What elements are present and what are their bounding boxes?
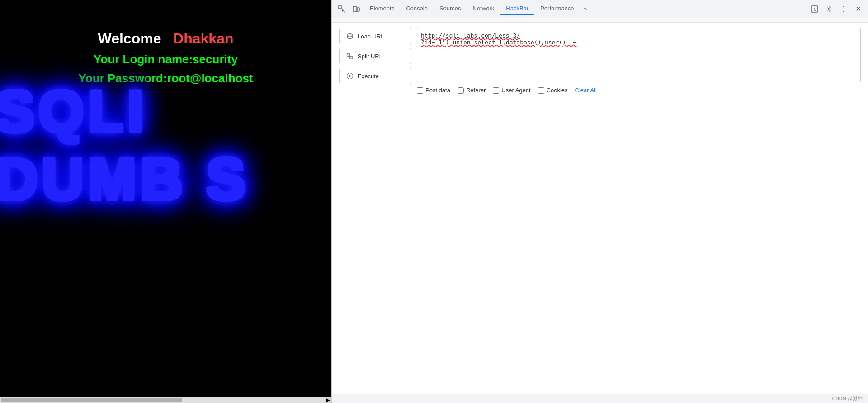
copyright-text: CSDN @派神	[832, 395, 863, 402]
tab-sources[interactable]: Sources	[434, 2, 467, 15]
hackbar-buttons: Load URL Split URL	[339, 28, 411, 389]
execute-button[interactable]: Execute	[339, 68, 411, 84]
tab-network[interactable]: Network	[467, 2, 500, 15]
welcome-name: Dhakkan	[173, 30, 233, 47]
split-url-icon	[346, 52, 354, 60]
welcome-label: Welcome	[98, 30, 161, 47]
load-url-button[interactable]: Load URL	[339, 28, 411, 44]
cookies-label: Cookies	[547, 87, 568, 94]
referer-label: Referer	[466, 87, 486, 94]
user-agent-checkbox-item[interactable]: User Agent	[493, 87, 530, 94]
post-data-checkbox-item[interactable]: Post data	[417, 87, 450, 94]
hackbar-subbar	[332, 18, 868, 23]
tab-console[interactable]: Console	[401, 2, 433, 15]
hackbar-options: Post data Referer User Agent Cookies C	[417, 87, 861, 94]
svg-text:1: 1	[813, 7, 816, 11]
tab-elements[interactable]: Elements	[364, 2, 400, 15]
tab-performance[interactable]: Performance	[535, 2, 579, 15]
load-url-label: Load URL	[358, 33, 384, 40]
execute-icon	[346, 72, 354, 80]
svg-point-5	[828, 8, 830, 10]
hackbar-content: Load URL Split URL	[332, 23, 868, 394]
post-data-label: Post data	[425, 87, 450, 94]
devtools-tabs: Elements Console Sources Network HackBar…	[364, 2, 807, 15]
split-url-button[interactable]: Split URL	[339, 48, 411, 64]
post-data-checkbox[interactable]	[417, 87, 423, 94]
devtools-toolbar: Elements Console Sources Network HackBar…	[332, 0, 868, 18]
sqli-banner: SQLI DUMB S	[0, 77, 331, 213]
svg-rect-1	[353, 6, 357, 12]
svg-point-8	[351, 57, 353, 59]
svg-rect-0	[339, 6, 341, 9]
url-textarea[interactable]	[417, 28, 861, 82]
scrollbar-thumb[interactable]	[1, 398, 182, 402]
devtools-badge-btn[interactable]: 1	[808, 3, 821, 15]
referer-checkbox[interactable]	[458, 87, 464, 94]
referer-checkbox-item[interactable]: Referer	[458, 87, 486, 94]
tabs-more-btn[interactable]: »	[580, 3, 591, 15]
browser-content: Welcome Dhakkan Your Login name:security…	[0, 0, 331, 403]
devtools-toolbar-right: 1 ⋮ ✕	[808, 3, 864, 15]
svg-point-7	[347, 53, 349, 55]
cookies-checkbox-item[interactable]: Cookies	[538, 87, 568, 94]
login-line: Your Login name:security	[78, 50, 253, 69]
load-url-icon	[346, 32, 354, 40]
cookies-checkbox[interactable]	[538, 87, 544, 94]
hackbar-right: Post data Referer User Agent Cookies C	[417, 28, 861, 389]
tab-hackbar[interactable]: HackBar	[500, 2, 534, 15]
split-url-label: Split URL	[358, 53, 382, 60]
svg-rect-2	[357, 8, 359, 11]
devtools-more-btn[interactable]: ⋮	[837, 3, 850, 15]
inspect-element-btn[interactable]	[335, 3, 348, 15]
devtools-settings-btn[interactable]	[823, 3, 835, 15]
user-agent-label: User Agent	[501, 87, 530, 94]
device-toggle-btn[interactable]	[350, 3, 363, 15]
clear-all-button[interactable]: Clear All	[575, 87, 597, 94]
svg-marker-10	[349, 75, 352, 77]
execute-label: Execute	[358, 73, 379, 80]
scrollbar-arrow-right[interactable]: ▶	[325, 397, 331, 403]
devtools-panel: Elements Console Sources Network HackBar…	[331, 0, 868, 403]
user-agent-checkbox[interactable]	[493, 87, 499, 94]
devtools-close-btn[interactable]: ✕	[852, 3, 864, 15]
browser-scrollbar[interactable]: ▶	[0, 397, 331, 403]
status-bar: CSDN @派神	[332, 394, 868, 403]
